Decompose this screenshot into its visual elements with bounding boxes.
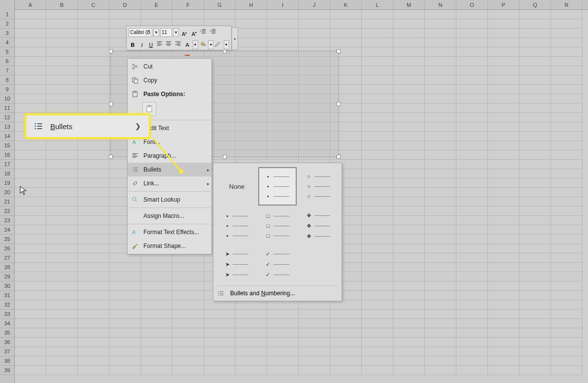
row-header-7[interactable]: 7 [0,66,14,75]
decrease-indent-icon[interactable] [200,28,208,37]
row-header-10[interactable]: 10 [0,94,14,104]
row-header-1[interactable]: 1 [0,10,14,19]
menu-format-text-effects[interactable]: A Format Text Effects... [128,225,211,239]
row-header-25[interactable]: 25 [0,235,14,244]
row-header-15[interactable]: 15 [0,141,14,150]
menu-cut[interactable]: Cut [128,60,211,73]
row-header-29[interactable]: 29 [0,272,14,281]
column-header-Q[interactable]: Q [519,0,551,9]
row-header-30[interactable]: 30 [0,281,14,291]
row-header-19[interactable]: 19 [0,178,14,188]
align-left-icon[interactable] [156,40,165,49]
row-header-4[interactable]: 4 [0,38,14,47]
align-center-icon[interactable] [165,40,173,49]
row-header-24[interactable]: 24 [0,225,14,235]
decrease-font-icon[interactable]: A▾ [190,28,199,37]
row-header-9[interactable]: 9 [0,85,14,94]
row-header-8[interactable]: 8 [0,75,14,85]
bullet-option-circle[interactable]: ○ ○ ○ [299,167,338,206]
menu-copy[interactable]: Copy [128,73,211,87]
font-color-button[interactable]: A [183,40,192,49]
font-size-dropdown[interactable]: ▾ [173,28,179,37]
row-header-5[interactable]: 5 [0,47,14,57]
menu-assign-macro[interactable]: Assign Macro... [128,209,211,223]
bullet-option-hollow-square[interactable]: □ □ □ [258,208,297,244]
shape-outline-icon[interactable] [214,40,223,49]
row-header-21[interactable]: 21 [0,197,14,207]
italic-button[interactable]: I [138,40,146,49]
row-header-20[interactable]: 20 [0,188,14,197]
row-header-31[interactable]: 31 [0,291,14,300]
shape-outline-dropdown[interactable]: ▾ [224,40,229,49]
resize-handle-br[interactable] [337,155,341,159]
bullet-option-filled-square[interactable]: ▪ ▪ ▪ [217,208,256,244]
row-header-12[interactable]: 12 [0,113,14,122]
column-header-K[interactable]: K [330,0,362,9]
font-color-dropdown[interactable]: ▾ [193,40,198,49]
bullet-option-check[interactable]: ✓ ✓ ✓ [258,246,297,282]
column-header-H[interactable]: H [236,0,267,9]
increase-indent-icon[interactable] [209,28,218,37]
row-header-35[interactable]: 35 [0,328,14,338]
bullet-option-arrow[interactable]: ➤ ➤ ➤ [217,246,256,282]
font-name-dropdown[interactable]: ▾ [153,28,159,37]
mini-toolbar-expand[interactable]: ▸ [232,27,238,50]
resize-handle-tr[interactable] [337,49,341,53]
row-header-23[interactable]: 23 [0,216,14,225]
row-header-3[interactable]: 3 [0,29,14,38]
shape-fill-dropdown[interactable]: ▾ [208,40,213,49]
resize-handle-bl[interactable] [109,155,113,159]
underline-button[interactable]: U [147,40,155,49]
column-header-C[interactable]: C [78,0,109,9]
bold-button[interactable]: B [129,40,137,49]
column-header-I[interactable]: I [267,0,299,9]
row-header-34[interactable]: 34 [0,319,14,328]
row-header-27[interactable]: 27 [0,253,14,263]
bullets-and-numbering[interactable]: Bullets and Numbering... [217,285,338,297]
column-header-J[interactable]: J [299,0,330,9]
row-header-16[interactable]: 16 [0,150,14,160]
font-name-input[interactable] [129,28,152,37]
row-header-17[interactable]: 17 [0,160,14,169]
increase-font-icon[interactable]: A▴ [180,28,189,37]
column-header-E[interactable]: E [141,0,173,9]
row-header-6[interactable]: 6 [0,57,14,66]
row-header-14[interactable]: 14 [0,132,14,141]
row-header-32[interactable]: 32 [0,300,14,310]
resize-handle-mr[interactable] [337,102,341,106]
row-header-2[interactable]: 2 [0,19,14,29]
column-header-F[interactable]: F [173,0,204,9]
row-header-18[interactable]: 18 [0,169,14,178]
row-header-37[interactable]: 37 [0,347,14,356]
row-header-26[interactable]: 26 [0,244,14,253]
column-header-B[interactable]: B [46,0,78,9]
font-size-input[interactable] [160,28,172,37]
column-header-A[interactable]: A [15,0,46,9]
row-header-36[interactable]: 36 [0,338,14,347]
resize-handle-ml[interactable] [109,102,113,106]
row-header-38[interactable]: 38 [0,356,14,366]
menu-smart-lookup[interactable]: Smart Lookup [128,193,211,207]
select-all-corner[interactable] [0,0,15,10]
row-header-28[interactable]: 28 [0,263,14,272]
resize-handle-tl[interactable] [109,49,113,53]
menu-bullets[interactable]: Bullets ▸ [128,163,211,176]
row-header-22[interactable]: 22 [0,207,14,216]
row-header-11[interactable]: 11 [0,104,14,113]
resize-handle-bc[interactable] [223,155,227,159]
column-header-O[interactable]: O [456,0,488,9]
column-header-N[interactable]: N [425,0,456,9]
menu-paragraph[interactable]: Paragraph... [128,149,211,163]
menu-link[interactable]: Link... ▸ [128,176,211,190]
bullet-option-none[interactable]: None [217,167,256,206]
column-header-D[interactable]: D [109,0,141,9]
column-header-G[interactable]: G [204,0,236,9]
menu-format-shape[interactable]: Format Shape... [128,239,211,253]
row-header-13[interactable]: 13 [0,122,14,132]
column-header-P[interactable]: P [488,0,519,9]
align-right-icon[interactable] [174,40,183,49]
bullet-option-disc[interactable]: • • • [258,167,297,206]
row-header-33[interactable]: 33 [0,310,14,319]
shape-fill-icon[interactable] [199,40,208,49]
column-header-L[interactable]: L [362,0,393,9]
